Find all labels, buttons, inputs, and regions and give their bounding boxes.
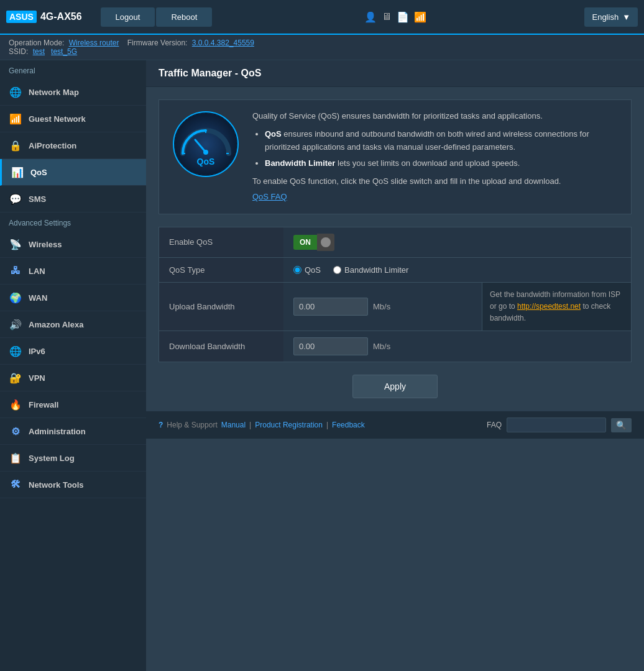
sidebar-label-guest-network: Guest Network bbox=[29, 114, 86, 124]
radio-bandwidth-limiter[interactable] bbox=[333, 266, 341, 274]
svg-text:QoS: QoS bbox=[197, 157, 215, 167]
ssid-label: SSID: bbox=[9, 47, 28, 56]
sidebar-label-network-map: Network Map bbox=[29, 88, 79, 97]
sidebar-label-sms: SMS bbox=[29, 194, 46, 204]
sidebar-item-network-map[interactable]: 🌐 Network Map bbox=[0, 79, 146, 106]
faq-search-input[interactable] bbox=[507, 418, 606, 432]
qos-logo: QoS bbox=[172, 110, 240, 178]
ssid-value[interactable]: test bbox=[33, 47, 45, 56]
sidebar-item-amazon-alexa[interactable]: 🔊 Amazon Alexa bbox=[0, 311, 146, 338]
network-map-icon: 🌐 bbox=[9, 85, 22, 99]
download-bandwidth-input[interactable] bbox=[293, 337, 368, 355]
upload-bw-label: Upload Bandwidth bbox=[159, 283, 283, 331]
wireless-icon: 📡 bbox=[9, 237, 22, 251]
top-bar: ASUS 4G-AX56 Logout Reboot 👤 🖥 📄 📶 Engli… bbox=[0, 0, 644, 35]
asus-logo: ASUS bbox=[6, 11, 37, 23]
qos-description: QoS Quality of Service (QoS) ensures ban… bbox=[159, 99, 632, 214]
faq-label: FAQ bbox=[487, 421, 502, 429]
firmware-value[interactable]: 3.0.0.4.382_45559 bbox=[192, 39, 254, 47]
sidebar-item-qos[interactable]: 📊 QoS bbox=[0, 159, 146, 186]
logout-button[interactable]: Logout bbox=[101, 7, 155, 27]
sidebar-item-sms[interactable]: 💬 SMS bbox=[0, 186, 146, 212]
reboot-button[interactable]: Reboot bbox=[156, 7, 212, 27]
enable-qos-row: Enable QoS ON bbox=[159, 227, 631, 258]
content-area: Traffic Manager - QoS bbox=[146, 60, 644, 671]
qos-bullet2-bold: Bandwidth Limiter bbox=[265, 158, 335, 168]
upload-input-group: Mb/s bbox=[293, 298, 390, 316]
settings-table: Enable QoS ON QoS Type bbox=[159, 227, 632, 363]
aiprotection-icon: 🔒 bbox=[9, 139, 22, 152]
sidebar-item-guest-network[interactable]: 📶 Guest Network bbox=[0, 106, 146, 132]
sidebar-item-firewall[interactable]: 🔥 Firewall bbox=[0, 391, 146, 418]
sidebar-item-aiprotection[interactable]: 🔒 AiProtection bbox=[0, 132, 146, 159]
sidebar-label-network-tools: Network Tools bbox=[29, 480, 84, 490]
lan-icon: 🖧 bbox=[9, 264, 22, 278]
qos-type-row: QoS Type QoS Bandwidth Limiter bbox=[159, 258, 631, 283]
firewall-icon: 🔥 bbox=[9, 398, 22, 411]
content-inner: QoS Quality of Service (QoS) ensures ban… bbox=[146, 87, 644, 411]
signal-icon: 📶 bbox=[414, 11, 426, 23]
sidebar-label-vpn: VPN bbox=[29, 373, 45, 383]
sidebar-label-ipv6: IPv6 bbox=[29, 347, 45, 356]
vpn-icon: 🔐 bbox=[9, 371, 22, 385]
chevron-down-icon: ▼ bbox=[622, 12, 630, 22]
upload-bandwidth-input[interactable] bbox=[293, 298, 368, 316]
model-name: 4G-AX56 bbox=[40, 11, 82, 22]
radio-bw-text: Bandwidth Limiter bbox=[344, 265, 408, 275]
feedback-link[interactable]: Feedback bbox=[332, 421, 365, 429]
network-tools-icon: 🛠 bbox=[9, 478, 22, 491]
qos-enable-note: To enable QoS function, click the QoS sl… bbox=[252, 175, 619, 188]
sidebar-item-network-tools[interactable]: 🛠 Network Tools bbox=[0, 472, 146, 498]
logo: ASUS 4G-AX56 bbox=[6, 11, 82, 23]
toggle-off-area bbox=[317, 234, 334, 251]
administration-icon: ⚙ bbox=[9, 424, 22, 438]
radio-qos-text: QoS bbox=[305, 265, 321, 275]
sidebar-item-lan[interactable]: 🖧 LAN bbox=[0, 258, 146, 285]
language-selector[interactable]: English ▼ bbox=[584, 7, 638, 27]
manual-link[interactable]: Manual bbox=[221, 421, 246, 429]
faq-search-button[interactable]: 🔍 bbox=[611, 418, 632, 432]
sidebar-label-firewall: Firewall bbox=[29, 400, 58, 409]
sidebar-label-amazon-alexa: Amazon Alexa bbox=[29, 320, 83, 329]
help-support-label: Help & Support bbox=[167, 421, 217, 429]
separator1: | bbox=[249, 421, 251, 429]
operation-mode-label: Operation Mode: bbox=[9, 39, 64, 47]
sidebar-item-administration[interactable]: ⚙ Administration bbox=[0, 418, 146, 445]
sidebar-item-wan[interactable]: 🌍 WAN bbox=[0, 285, 146, 311]
upload-bw-value: Mb/s bbox=[283, 283, 482, 331]
apply-button[interactable]: Apply bbox=[352, 375, 438, 398]
qos-type-radio-group: QoS Bandwidth Limiter bbox=[293, 265, 408, 275]
speedtest-link[interactable]: http://speedtest.net bbox=[517, 302, 581, 311]
sidebar-item-wireless[interactable]: 📡 Wireless bbox=[0, 231, 146, 258]
sidebar-label-lan: LAN bbox=[29, 267, 45, 276]
qos-faq-link[interactable]: QoS FAQ bbox=[252, 191, 287, 204]
product-reg-link[interactable]: Product Registration bbox=[255, 421, 323, 429]
main-layout: General 🌐 Network Map 📶 Guest Network 🔒 … bbox=[0, 60, 644, 671]
ssid-5g-value[interactable]: test_5G bbox=[51, 47, 77, 56]
sms-icon: 💬 bbox=[9, 192, 22, 206]
wan-icon: 🌍 bbox=[9, 291, 22, 304]
radio-qos[interactable] bbox=[293, 266, 301, 274]
sidebar-item-vpn[interactable]: 🔐 VPN bbox=[0, 365, 146, 391]
qos-type-value: QoS Bandwidth Limiter bbox=[283, 258, 631, 282]
qos-type-label: QoS Type bbox=[159, 258, 283, 282]
monitor-icon: 🖥 bbox=[382, 11, 392, 22]
status-icons: 👤 🖥 📄 📶 bbox=[364, 11, 426, 23]
general-section-title: General bbox=[0, 60, 146, 79]
qos-toggle[interactable]: ON bbox=[293, 234, 334, 251]
download-bw-row: Download Bandwidth Mb/s bbox=[159, 331, 631, 362]
sidebar-item-system-log[interactable]: 📋 System Log bbox=[0, 445, 146, 472]
upload-unit: Mb/s bbox=[373, 302, 390, 311]
sidebar-label-administration: Administration bbox=[29, 427, 86, 436]
radio-qos-label[interactable]: QoS bbox=[293, 265, 321, 275]
radio-bw-label[interactable]: Bandwidth Limiter bbox=[333, 265, 408, 275]
sidebar-item-ipv6[interactable]: 🌐 IPv6 bbox=[0, 338, 146, 365]
download-input-group: Mb/s bbox=[293, 337, 390, 355]
operation-mode-value[interactable]: Wireless router bbox=[69, 39, 119, 47]
footer-right: FAQ 🔍 bbox=[487, 418, 632, 432]
download-bw-value: Mb/s bbox=[283, 331, 482, 362]
amazon-alexa-icon: 🔊 bbox=[9, 317, 22, 331]
toggle-on-label: ON bbox=[293, 235, 317, 250]
top-nav: Logout Reboot bbox=[101, 7, 213, 27]
qos-description-text: Quality of Service (QoS) ensures bandwid… bbox=[252, 110, 619, 204]
